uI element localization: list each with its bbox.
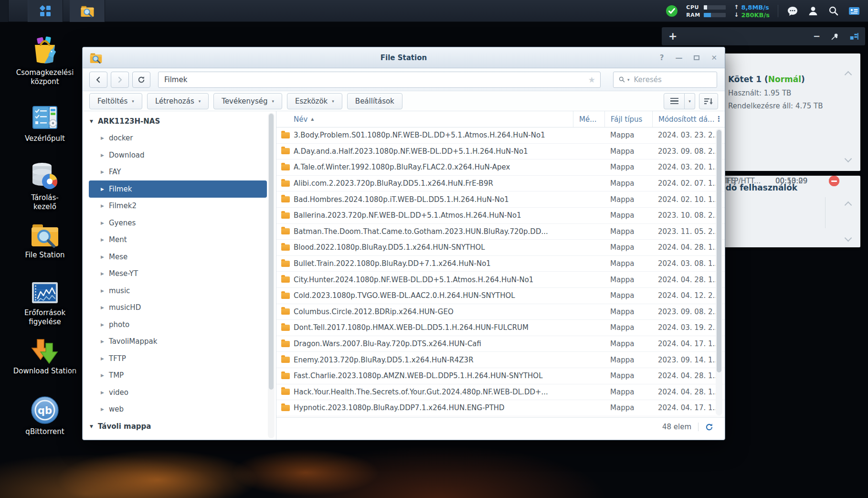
file-row[interactable]: Alibi.com.2.2023.720p.BluRay.DD5.1.x264.… — [276, 176, 725, 192]
desktop-icon-download-station[interactable]: Download Station — [7, 336, 83, 376]
file-row[interactable]: Dragon.Wars.2007.Blu-Ray.720p.DTS.x264.H… — [276, 336, 725, 352]
tree-item[interactable]: ▼ ARK1123H-NAS — [89, 113, 267, 130]
file-row[interactable]: Fast.Charlie.2023.1080p.AMZN.WEB-DL.DDP5… — [276, 368, 725, 384]
tree-item[interactable]: ▶ music — [89, 282, 267, 299]
window-titlebar[interactable]: File Station ? — ✕ — [83, 47, 725, 68]
global-search-button[interactable] — [827, 5, 840, 17]
file-row[interactable]: 3.Body.Problem.S01.1080p.NF.WEB-DL.DD+5.… — [276, 127, 725, 144]
maximize-button[interactable] — [694, 55, 699, 60]
view-mode-button[interactable] — [664, 93, 685, 109]
file-row[interactable]: Batman.The.Doom.That.Came.to.Gotham.2023… — [276, 224, 725, 240]
sort-button[interactable] — [699, 93, 718, 109]
tree-item[interactable]: ▶ Filmek2 — [89, 198, 267, 215]
tree-item[interactable]: ▶ TMP — [89, 367, 267, 384]
resource-meters[interactable]: CPU RAM — [686, 4, 726, 18]
column-header-size[interactable]: Mé... — [573, 111, 604, 127]
tree-item[interactable]: ▶ skoribu_szerver — [89, 435, 267, 440]
tree-item[interactable]: ▶ FAY — [89, 164, 267, 181]
tree-item[interactable]: ▶ Filmek — [89, 180, 267, 198]
tree-item[interactable]: ▶ video — [89, 384, 267, 401]
file-row[interactable]: Bad.Hombres.2024.1080p.iT.WEB-DL.DD5.1.H… — [276, 191, 725, 208]
desktop-icon-package-center[interactable]: Csomagkezelési központ — [11, 35, 78, 86]
notifications-button[interactable] — [786, 5, 799, 17]
tree-arrow-icon[interactable]: ▶ — [101, 305, 109, 310]
desktop-icon-qbittorrent[interactable]: qb qBittorrent — [11, 395, 78, 436]
tree-arrow-icon[interactable]: ▶ — [101, 373, 109, 378]
column-options-icon[interactable]: ⋮ — [715, 115, 722, 123]
tree-item[interactable]: ▶ docker — [89, 130, 267, 147]
widget-layout-icon[interactable] — [849, 32, 858, 41]
tree-arrow-icon[interactable]: ▶ — [101, 288, 109, 293]
refresh-button[interactable] — [132, 72, 150, 88]
list-scrollbar[interactable] — [716, 128, 722, 415]
tree-item[interactable]: ▶ Mese-YT — [89, 265, 267, 283]
tree-scrollbar-thumb[interactable] — [269, 114, 274, 390]
search-scope-caret-icon[interactable]: ▾ — [627, 77, 630, 82]
view-mode-caret-button[interactable]: ▾ — [685, 93, 695, 109]
close-button[interactable]: ✕ — [711, 54, 717, 62]
file-row[interactable]: A.Day.and.a.Half.2023.1080p.NF.WEB-DL.DD… — [276, 144, 725, 160]
tree-arrow-icon[interactable]: ▶ — [101, 153, 109, 158]
tree-item[interactable]: ▶ Mese — [89, 248, 267, 265]
desktop-icon-file-station[interactable]: File Station — [11, 221, 78, 260]
network-speeds[interactable]: ↑ 8,8MB/s ↓ 280KB/s — [734, 4, 770, 19]
toolbar-button[interactable]: Feltöltés ▾ — [89, 93, 142, 109]
system-health-icon[interactable] — [666, 5, 678, 17]
tree-scrollbar[interactable] — [268, 113, 275, 438]
file-row[interactable]: City.Hunter.2024.1080p.NF.WEB-DL.DD+5.1.… — [276, 272, 725, 288]
forward-button[interactable] — [111, 72, 129, 88]
tree-item[interactable]: ▶ musicHD — [89, 299, 267, 317]
file-row[interactable]: Enemy.2013.720p.BluRay.DD5.1.x264.HuN-R4… — [276, 352, 725, 368]
file-row[interactable]: A.Tale.of.Winter.1992.1080p.BluRay.FLAC2… — [276, 159, 725, 176]
pin-icon[interactable] — [831, 32, 839, 41]
help-button[interactable]: ? — [660, 54, 664, 62]
desktop-icon-control-panel[interactable]: Vezérlőpult — [11, 103, 78, 143]
desktop-icon-storage-manager[interactable]: Tárolás-kezelő — [11, 161, 78, 212]
main-menu-button[interactable] — [28, 0, 63, 22]
minimize-button[interactable]: — — [675, 54, 682, 62]
tree-item[interactable]: ▶ web — [89, 401, 267, 418]
file-row[interactable]: Cold.2023.1080p.TVGO.WEB-DL.AAC2.0.H.264… — [276, 288, 725, 304]
tree-arrow-icon[interactable]: ▶ — [101, 221, 109, 225]
column-header-type[interactable]: Fájl típus — [604, 111, 652, 127]
tree-item[interactable]: ▶ Download — [89, 147, 267, 164]
list-scrollbar-thumb[interactable] — [717, 130, 721, 372]
file-row[interactable]: Hack.Your.Health.The.Secrets.of.Your.Gut… — [276, 384, 725, 401]
tree-arrow-icon[interactable]: ▶ — [101, 390, 109, 395]
file-row[interactable]: Hypnotic.2023.1080p.BluRay.DDP7.1.x264.H… — [276, 400, 725, 416]
tree-item[interactable]: ▶ photo — [89, 316, 267, 333]
tree-item[interactable]: ▶ TavoliMappak — [89, 333, 267, 350]
file-row[interactable]: Bullet.Train.2022.1080p.BluRay.DD+7.1.x2… — [276, 256, 725, 272]
file-row[interactable]: Columbus.Circle.2012.BDRip.x264.HUN-GEO … — [276, 304, 725, 320]
toolbar-button[interactable]: Tevékenység ▾ — [213, 93, 282, 109]
toolbar-button[interactable]: Eszközök ▾ — [287, 93, 342, 109]
back-button[interactable] — [89, 72, 107, 88]
tree-item[interactable]: ▶ Ment — [89, 232, 267, 249]
tree-arrow-icon[interactable]: ▶ — [101, 407, 109, 412]
tree-item[interactable]: ▶ TFTP — [89, 350, 267, 367]
disconnect-button[interactable] — [829, 176, 839, 186]
column-header-name[interactable]: Név ▲ — [276, 111, 573, 127]
refresh-icon[interactable] — [705, 423, 713, 431]
tree-arrow-icon[interactable]: ▶ — [101, 203, 109, 208]
tree-arrow-icon[interactable]: ▼ — [90, 424, 98, 429]
tree-arrow-icon[interactable]: ▶ — [101, 254, 109, 259]
column-header-modified[interactable]: Módosított dá... — [652, 111, 725, 127]
tree-arrow-icon[interactable]: ▶ — [101, 170, 109, 174]
file-row[interactable]: Ballerina.2023.720p.NF.WEB-DL.DD+5.1.Atm… — [276, 208, 725, 224]
tree-arrow-icon[interactable]: ▶ — [101, 339, 109, 344]
chevron-down-icon[interactable] — [845, 234, 852, 241]
path-input[interactable]: Filmek ★ — [158, 72, 601, 88]
tree-arrow-icon[interactable]: ▶ — [101, 271, 109, 276]
search-input[interactable]: ▾ Keresés — [613, 72, 717, 88]
tree-arrow-icon[interactable]: ▶ — [101, 322, 109, 327]
chevron-up-icon[interactable] — [845, 201, 852, 208]
tree-arrow-icon[interactable]: ▶ — [101, 187, 109, 191]
tree-arrow-icon[interactable]: ▶ — [101, 136, 109, 140]
favorite-star-icon[interactable]: ★ — [588, 75, 595, 85]
taskbar-file-station-button[interactable] — [70, 0, 105, 22]
chevron-up-icon[interactable] — [845, 71, 852, 77]
desktop-icon-resource-monitor[interactable]: Erőforrások figyelése — [11, 279, 78, 327]
tree-item[interactable]: ▶ Gyenes — [89, 214, 267, 232]
tree-item[interactable]: ▼ Távoli mappa — [89, 418, 267, 435]
